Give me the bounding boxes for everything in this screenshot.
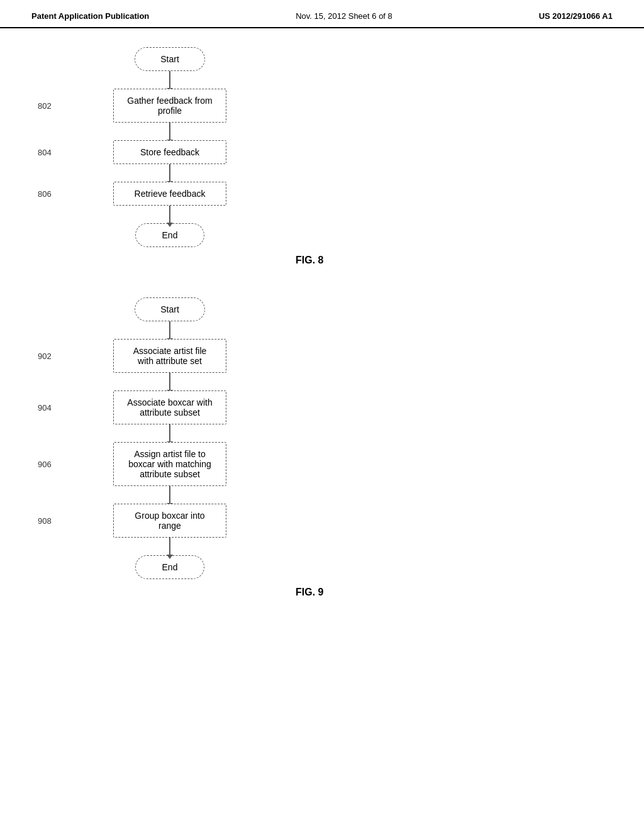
arrow-fig9-1 — [169, 373, 170, 390]
fig9-title: FIG. 9 — [296, 587, 323, 598]
arrow-fig8-0 — [169, 71, 170, 89]
fig8-label-802: 802 — [38, 101, 52, 111]
arrow-fig9-2 — [169, 424, 170, 442]
fig8-step-806: Retrieve feedback — [113, 182, 226, 206]
fig9-step-902: Associate artist file with attribute set — [113, 339, 226, 373]
main-content: Start 802 Gather feedback from profile — [0, 28, 644, 623]
fig8-start-row: Start — [69, 47, 270, 71]
fig9-flow: Start 902 Associate artist file with att… — [69, 297, 270, 579]
fig9-label-904: 904 — [38, 403, 52, 412]
page-header: Patent Application Publication Nov. 15, … — [0, 0, 644, 28]
fig8-label-804: 804 — [38, 148, 52, 157]
fig9-step-906-row: 906 Assign artist file to boxcar with ma… — [69, 442, 270, 486]
fig9-step-904-row: 904 Associate boxcar with attribute subs… — [69, 390, 270, 424]
header-left: Patent Application Publication — [31, 11, 149, 21]
fig9-step-906: Assign artist file to boxcar with matchi… — [113, 442, 226, 486]
fig8-flowchart: Start 802 Gather feedback from profile — [31, 47, 270, 247]
arrow-fig8-1 — [169, 123, 170, 140]
fig9-start-row: Start — [69, 297, 270, 321]
fig8-start-oval: Start — [135, 47, 205, 71]
arrow-fig9-3 — [169, 486, 170, 504]
fig8-container: Start 802 Gather feedback from profile — [31, 47, 613, 272]
arrow-fig8-3 — [169, 206, 170, 223]
arrow-fig9-4 — [169, 538, 170, 555]
fig9-label-908: 908 — [38, 516, 52, 526]
fig9-step-904: Associate boxcar with attribute subset — [113, 390, 226, 424]
fig9-label-902: 902 — [38, 351, 52, 361]
header-center: Nov. 15, 2012 Sheet 6 of 8 — [296, 11, 392, 21]
fig9-container: Start 902 Associate artist file with att… — [31, 297, 613, 604]
fig8-step-806-row: 806 Retrieve feedback — [69, 182, 270, 206]
fig9-label-906: 906 — [38, 460, 52, 469]
fig8-flow: Start 802 Gather feedback from profile — [69, 47, 270, 247]
fig8-step-802-row: 802 Gather feedback from profile — [69, 89, 270, 123]
fig8-step-802: Gather feedback from profile — [113, 89, 226, 123]
header-right: US 2012/291066 A1 — [539, 11, 613, 21]
fig9-flowchart: Start 902 Associate artist file with att… — [31, 297, 270, 579]
fig9-step-908: Group boxcar into range — [113, 504, 226, 538]
fig9-step-908-row: 908 Group boxcar into range — [69, 504, 270, 538]
fig9-step-902-row: 902 Associate artist file with attribute… — [69, 339, 270, 373]
fig8-label-806: 806 — [38, 189, 52, 199]
fig8-step-804-row: 804 Store feedback — [69, 140, 270, 164]
fig9-start-oval: Start — [135, 297, 205, 321]
arrow-fig8-2 — [169, 164, 170, 182]
arrow-fig9-0 — [169, 321, 170, 339]
fig8-title: FIG. 8 — [296, 255, 323, 266]
fig8-step-804: Store feedback — [113, 140, 226, 164]
